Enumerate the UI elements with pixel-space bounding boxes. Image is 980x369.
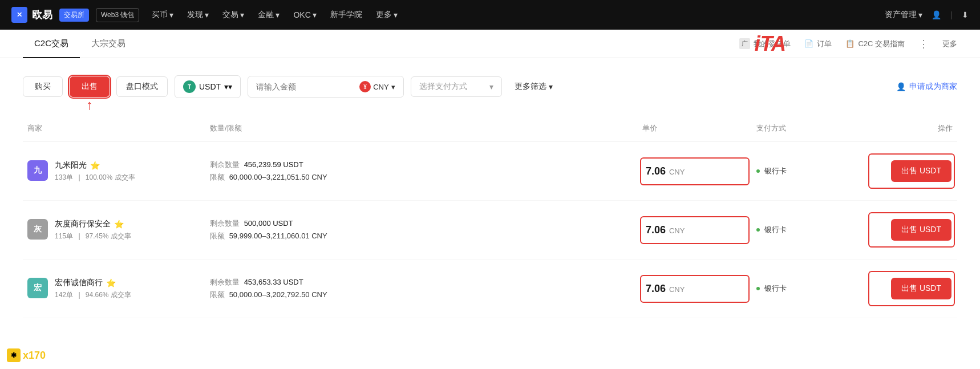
c2c-guide-link[interactable]: 📋 C2C 交易指南 <box>845 39 905 49</box>
quantity-cell-2: 剩余数量 500,000 USDT 限额 59,999.00–3,211,060… <box>205 218 638 241</box>
nav-discover[interactable]: 发现 <box>181 6 214 23</box>
merchant-info-3: 宏 宏伟诚信商行 ⭐ 142单 | 94.66% 成交率 <box>27 278 201 300</box>
tab-c2c[interactable]: C2C交易 <box>23 30 80 58</box>
tab-bulk[interactable]: 大宗交易 <box>80 30 137 58</box>
nav-right: 资产管理 👤 | ⬇ <box>885 10 969 20</box>
sell-usdt-button-2[interactable]: 出售 USDT <box>891 219 951 241</box>
sub-nav-tabs: C2C交易 大宗交易 <box>23 30 137 58</box>
download-icon[interactable]: ⬇ <box>962 10 969 19</box>
action-cell-2: 出售 USDT <box>868 212 955 248</box>
merchant-avatar-3: 宏 <box>27 278 48 298</box>
amount-input-wrapper: ¥ CNY ▾ <box>248 76 403 98</box>
sell-usdt-button-1[interactable]: 出售 USDT <box>891 160 951 182</box>
guide-label: C2C 交易指南 <box>858 39 905 49</box>
price-value-2: 7.06 <box>646 224 666 236</box>
payment-dot-3 <box>756 287 760 290</box>
currency-label: CNY <box>373 83 388 91</box>
table-body: 九 九米阳光 ⭐ 133单 | 100.00% 成交率 <box>23 142 957 318</box>
price-unit-3: CNY <box>669 285 685 294</box>
asset-management[interactable]: 资产管理 <box>885 10 922 20</box>
merchant-name-1: 九米阳光 ⭐ <box>55 160 135 171</box>
more-filters[interactable]: 更多筛选 ▾ <box>509 77 558 96</box>
orders-link[interactable]: 📄 订单 <box>804 39 832 49</box>
payment-selector[interactable]: 选择支付方式 ▾ <box>411 76 502 97</box>
action-cell-3: 出售 USDT <box>868 271 955 306</box>
sell-usdt-button-3[interactable]: 出售 USDT <box>891 278 951 299</box>
amount-input[interactable] <box>256 82 356 91</box>
nav-finance[interactable]: 金融 <box>252 6 285 23</box>
payment-cell-2: 银行卡 <box>752 225 866 235</box>
coin-selector[interactable]: T USDT ▾ <box>175 75 241 98</box>
top-navigation: ✕ 欧易 交易所 Web3 钱包 买币 发现 交易 金融 OKC 新手学院 更多… <box>0 0 980 30</box>
coin-chevron: ▾ <box>224 82 232 91</box>
usdt-icon: T <box>183 80 196 93</box>
limit-row-2: 限额 59,999.00–3,211,060.01 CNY <box>210 231 633 241</box>
nav-academy[interactable]: 新手学院 <box>325 6 368 23</box>
price-value-3: 7.06 <box>646 283 666 294</box>
currency-badge: ¥ CNY ▾ <box>359 81 395 92</box>
limit-row-1: 限额 60,000.00–3,221,051.50 CNY <box>210 172 633 183</box>
merchant-stats-3: 142单 | 94.66% 成交率 <box>55 290 131 300</box>
table-row: 九 九米阳光 ⭐ 133单 | 100.00% 成交率 <box>23 142 957 201</box>
mode-button[interactable]: 盘口模式 <box>116 76 168 97</box>
merchant-cell-2: 灰 灰度商行保安全 ⭐ 115单 | 97.45% 成交率 <box>23 219 205 241</box>
header-action: 操作 <box>866 121 957 136</box>
sub-nav-more-label[interactable]: 更多 <box>942 39 957 49</box>
merchant-cell-1: 九 九米阳光 ⭐ 133单 | 100.00% 成交率 <box>23 160 205 183</box>
sub-nav-actions: 广 我的委托单 📄 订单 📋 C2C 交易指南 ⋮ 更多 <box>739 38 957 50</box>
nav-okc[interactable]: OKC <box>287 7 322 23</box>
merchant-info-1: 九 九米阳光 ⭐ 133单 | 100.00% 成交率 <box>27 160 201 183</box>
nav-left: ✕ 欧易 交易所 Web3 钱包 买币 发现 交易 金融 OKC 新手学院 更多 <box>11 6 403 23</box>
payment-cell-1: 银行卡 <box>752 166 866 176</box>
nav-buy[interactable]: 买币 <box>146 6 179 23</box>
brand-logo[interactable]: ✕ 欧易 <box>11 7 52 23</box>
orders-label: 订单 <box>817 39 832 49</box>
merchant-info-2: 灰 灰度商行保安全 ⭐ 115单 | 97.45% 成交率 <box>27 219 201 241</box>
table-row: 宏 宏伟诚信商行 ⭐ 142单 | 94.66% 成交率 <box>23 259 957 318</box>
cny-icon: ¥ <box>359 81 371 92</box>
ad-icon: 广 <box>739 38 750 49</box>
sub-nav-more[interactable]: ⋮ <box>918 38 929 50</box>
price-value-1: 7.06 <box>646 165 666 177</box>
quantity-cell-3: 剩余数量 453,653.33 USDT 限额 50,000.00–3,202,… <box>205 277 638 300</box>
merchant-avatar-2: 灰 <box>27 219 48 240</box>
table-header: 商家 数量/限额 单价 支付方式 操作 <box>23 115 957 142</box>
merchant-verified-icon-2: ⭐ <box>114 220 124 229</box>
red-arrow-indicator: ↑ <box>86 97 93 113</box>
apply-merchant-label: 申请成为商家 <box>909 82 957 92</box>
logo-icon: ✕ <box>11 7 27 23</box>
header-quantity: 数量/限额 <box>205 121 638 136</box>
nav-trade[interactable]: 交易 <box>217 6 250 23</box>
price-cell-1: 7.06 CNY <box>640 157 750 185</box>
my-orders-link[interactable]: 广 我的委托单 <box>739 38 791 49</box>
sell-button[interactable]: 出售 <box>70 76 110 97</box>
my-orders-label: 我的委托单 <box>754 39 791 49</box>
price-unit-2: CNY <box>669 226 685 235</box>
merchant-stats-2: 115单 | 97.45% 成交率 <box>55 232 131 241</box>
limit-row-3: 限额 50,000.00–3,202,792.50 CNY <box>210 290 633 300</box>
nav-more[interactable]: 更多 <box>370 6 403 23</box>
merchant-stats-1: 133单 | 100.00% 成交率 <box>55 173 135 183</box>
sell-button-container: 出售 ↑ <box>70 76 110 97</box>
wallet-tab[interactable]: Web3 钱包 <box>96 8 139 22</box>
price-unit-1: CNY <box>669 168 685 176</box>
merchant-avatar-1: 九 <box>27 160 48 181</box>
merchant-cell-3: 宏 宏伟诚信商行 ⭐ 142单 | 94.66% 成交率 <box>23 278 205 300</box>
table-row: 灰 灰度商行保安全 ⭐ 115单 | 97.45% 成交率 <box>23 201 957 259</box>
payment-placeholder: 选择支付方式 <box>419 82 467 92</box>
merchant-verified-icon-3: ⭐ <box>106 278 116 287</box>
header-payment: 支付方式 <box>752 121 866 136</box>
exchange-tab[interactable]: 交易所 <box>59 9 89 22</box>
brand-name: 欧易 <box>32 8 52 22</box>
apply-merchant-link[interactable]: 👤 申请成为商家 <box>896 82 957 92</box>
merchant-details-2: 灰度商行保安全 ⭐ 115单 | 97.45% 成交率 <box>55 219 131 241</box>
header-merchant: 商家 <box>23 121 205 136</box>
merchant-verified-icon-1: ⭐ <box>90 161 100 170</box>
more-filter-label: 更多筛选 <box>515 82 546 92</box>
payment-dot-1 <box>756 169 760 173</box>
user-icon[interactable]: 👤 <box>932 10 941 19</box>
buy-button[interactable]: 购买 <box>23 76 63 97</box>
payment-dot-2 <box>756 228 760 232</box>
merchant-icon: 👤 <box>896 82 906 91</box>
quantity-cell-1: 剩余数量 456,239.59 USDT 限额 60,000.00–3,221,… <box>205 160 638 183</box>
